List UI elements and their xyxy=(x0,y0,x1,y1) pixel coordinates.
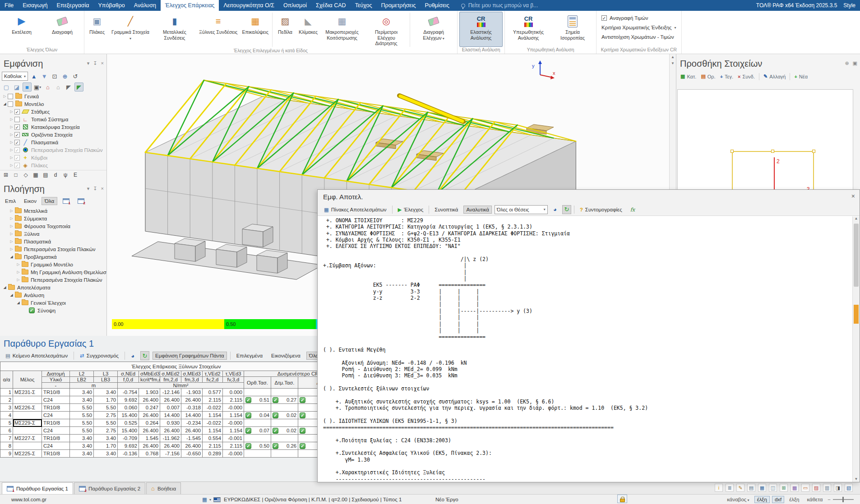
ribbon-button[interactable]: ▨Πεδίλα xyxy=(274,12,296,48)
style-menu[interactable]: Style xyxy=(843,2,855,9)
window-icon[interactable]: ◫ xyxy=(769,484,777,492)
expand-icon[interactable]: ▷ xyxy=(9,133,14,137)
snap-toggle[interactable]: έλξη xyxy=(786,496,802,503)
cr-cell[interactable]: ✓0.07 xyxy=(244,427,271,435)
expand-icon[interactable]: ▷ xyxy=(9,140,14,144)
table-cell[interactable]: 26.400 xyxy=(181,396,203,404)
table-cell[interactable]: -12.146 xyxy=(160,389,181,396)
tree-item[interactable]: ▷✓Στάθμες xyxy=(0,108,106,115)
table-cell[interactable]: 26.400 xyxy=(139,396,160,404)
cr-cell[interactable] xyxy=(271,435,298,442)
always-show-graphs-toggle[interactable]: Εμφάνιση Γραφημάτων Πάντα xyxy=(153,352,227,360)
tab-work-window-2[interactable]: Παράθυρο Εργασίας 2 xyxy=(74,482,145,494)
table-cell[interactable]: 2.75 xyxy=(94,412,118,419)
collapse-icon[interactable]: ◢ xyxy=(2,102,8,106)
expand-icon[interactable]: ▷ xyxy=(9,110,14,114)
add-2-button[interactable]: ▤Ορ. xyxy=(699,73,717,80)
ribbon-button[interactable]: Διαγραφή xyxy=(42,12,82,47)
table-cell[interactable]: -1.545 xyxy=(181,435,203,442)
table-view-icon[interactable]: ▦ xyxy=(202,496,207,503)
table-cell[interactable]: 0.577 xyxy=(203,389,223,396)
menu-tab[interactable]: Τεύχος xyxy=(351,0,377,11)
cr-cell[interactable] xyxy=(244,450,271,458)
table-cell[interactable]: -11.962 xyxy=(160,435,181,442)
table-cell[interactable]: 14.400 xyxy=(160,412,181,419)
table-cell[interactable] xyxy=(13,442,42,450)
table-cell[interactable]: 7 xyxy=(0,435,13,442)
table-cell[interactable]: 2.115 xyxy=(223,396,244,404)
add-1-button[interactable]: ▦Κατ. xyxy=(679,73,698,80)
table-cell[interactable]: 1.154 xyxy=(203,427,223,435)
ribbon-button[interactable]: CRΥπερωθητικής Ανάλυσης xyxy=(507,12,550,47)
results-window-titlebar[interactable]: Εμφ. Αποτελ. × xyxy=(318,190,860,203)
table-cell[interactable]: 5.50 xyxy=(70,412,94,419)
angle-icon[interactable]: ψ xyxy=(61,171,69,179)
collapse-icon[interactable]: ◢ xyxy=(9,293,14,297)
expand-icon[interactable]: ▷ xyxy=(9,209,14,213)
table-cell[interactable]: -0.022 xyxy=(203,404,223,412)
checkbox-icon[interactable]: ✓ xyxy=(14,163,20,168)
table-cell[interactable]: 26.400 xyxy=(139,442,160,450)
website-link[interactable]: www.tol.com.gr xyxy=(11,495,46,504)
table-cell[interactable]: -0.000 xyxy=(223,450,244,458)
checkbox-icon[interactable] xyxy=(8,101,13,107)
zoom-out-icon[interactable]: − xyxy=(828,497,831,502)
table-cell[interactable]: 3.40 xyxy=(70,435,94,442)
table-cell[interactable]: -0.001 xyxy=(223,435,244,442)
brush-icon[interactable]: ▨ xyxy=(812,484,820,492)
positions-dropdown[interactable]: Όλες οι Θέσεις▾ xyxy=(495,205,548,214)
cr-cell[interactable] xyxy=(244,404,271,412)
zoom-window-icon[interactable]: ⊡ xyxy=(50,72,59,81)
ruler-icon[interactable]: ▭ xyxy=(801,484,809,492)
tree-item[interactable]: ▷Φέρουσα Τοιχοποιία xyxy=(0,222,106,230)
summary-toggle[interactable]: Συνοπτικά xyxy=(432,206,461,214)
table-cell[interactable]: 1.154 xyxy=(223,427,244,435)
ribbon-button[interactable]: ▦Μακροπεριοχές Κοιτόστρωσης xyxy=(320,12,364,48)
export-icon[interactable]: ▧ xyxy=(845,484,853,492)
table-2-icon[interactable] xyxy=(78,198,84,204)
table-cell[interactable]: 26.400 xyxy=(181,442,203,450)
table-cell[interactable]: 5.50 xyxy=(70,404,94,412)
select-add-icon[interactable]: ⊞ xyxy=(2,171,10,179)
table-cell[interactable]: 1.545 xyxy=(139,435,160,442)
nav-tab[interactable]: Όλα xyxy=(42,197,57,205)
sync-button[interactable]: ⇄ Συγχρονισμός xyxy=(77,351,121,360)
tree-item[interactable]: ▷Πεπερασμένα Στοιχεία Πλακών xyxy=(0,245,106,253)
table-cell[interactable]: TR10/8 xyxy=(42,450,70,458)
table-cell[interactable]: 2.75 xyxy=(94,427,118,435)
menu-tab[interactable]: Υπόβαθρο xyxy=(93,0,129,11)
table-cell[interactable]: 14.400 xyxy=(181,412,203,419)
cr-cell[interactable] xyxy=(271,450,298,458)
refresh-button[interactable]: ↻ xyxy=(562,205,571,214)
table-cell[interactable]: -0.000 xyxy=(223,404,244,412)
refresh-button[interactable]: ↻ xyxy=(140,351,149,360)
table-cell[interactable]: C24 xyxy=(42,427,70,435)
tree-item[interactable]: ◢Αποτελέσματα xyxy=(0,284,106,291)
handle[interactable] xyxy=(812,150,815,153)
expand-icon[interactable]: ▷ xyxy=(9,239,14,243)
menu-tab[interactable]: Ανάλυση xyxy=(129,0,161,11)
lock-button[interactable] xyxy=(617,495,627,503)
table-cell[interactable]: 1.154 xyxy=(223,412,244,419)
snap-toggle[interactable]: κάθετα xyxy=(804,496,825,503)
tree-item[interactable]: ▷Μη Γραμμική Ανάλυση Θεμελίωσης xyxy=(0,268,106,276)
tree-item[interactable]: ✓Σύνοψη xyxy=(0,307,106,314)
tree-item[interactable]: ▷✓Πεπερασμένα Στοιχεία Πλακών xyxy=(0,146,106,154)
results-scrollbar[interactable]: ▲ ▼ xyxy=(852,216,860,482)
pencil-icon[interactable]: ✎ xyxy=(736,484,744,492)
cr-cell[interactable]: ✓0.50 xyxy=(244,442,271,450)
table-cell[interactable]: 2.115 xyxy=(203,442,223,450)
table-cell[interactable]: 5 xyxy=(0,419,13,427)
table-cell[interactable]: 3.40 xyxy=(70,450,94,458)
checkbox-icon[interactable] xyxy=(14,117,20,122)
add-6-button[interactable]: +Νέα xyxy=(793,73,809,80)
tree-item[interactable]: ◢Ανάλυση xyxy=(0,291,106,299)
move-up-icon[interactable]: ▲ xyxy=(29,72,38,81)
doc-icon[interactable]: ▥ xyxy=(823,484,831,492)
expand-icon[interactable]: ▷ xyxy=(9,156,14,160)
wireframe-view-icon[interactable]: ▢ xyxy=(2,82,11,92)
results-text[interactable]: +. ΟΝΟΜΑ ΣΤΟΙΧΕΙΟΥ : ΜΣ229 +. ΚΑΤΗΓΟΡΙΑ … xyxy=(318,216,852,482)
cr-cell[interactable]: ✓0.02 xyxy=(271,427,298,435)
handle[interactable] xyxy=(771,150,774,153)
table-cell[interactable]: 0.060 xyxy=(118,404,139,412)
